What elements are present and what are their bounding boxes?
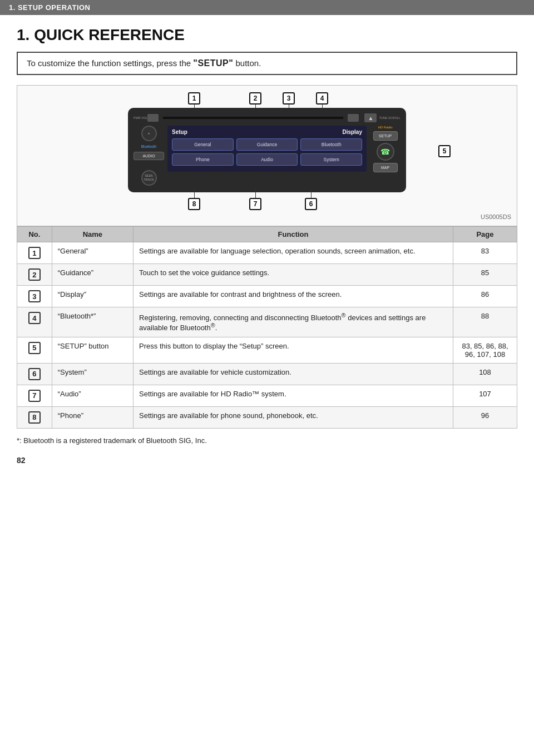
hu-right-panel: HD Radio SETUP ☎ MAP [370,126,400,186]
table-cell-no: 6 [17,363,52,385]
slot-icon [147,114,159,122]
main-content: 1. QUICK REFERENCE To customize the func… [0,15,534,481]
screen-setup-label: Setup [172,129,187,135]
table-cell-name: “General” [52,242,133,264]
table-cell-page: 83 [453,242,517,264]
eject-btn[interactable]: ▲ [364,113,377,122]
row-num-badge: 6 [28,368,41,380]
setup-hw-btn[interactable]: SETUP [373,131,398,141]
section-header-title: 1. SETUP OPERATION [9,3,91,12]
page-title: 1. QUICK REFERENCE [17,26,517,44]
table-cell-page: 88 [453,307,517,337]
hu-screen-area: Setup Display General Guidance Bluetooth… [167,126,367,186]
phone-btn[interactable]: Phone [172,153,234,166]
radio-label: HD Radio [378,126,392,129]
pwrvol-label: PWR·VOL [134,116,147,120]
callout-1-top: 1 [188,92,200,105]
table-cell-name: “Audio” [52,385,133,406]
setup-bold: "SETUP" [193,58,233,68]
table-row: 1“General”Settings are available for lan… [17,242,517,264]
row-num-badge: 7 [28,390,41,402]
table-header-no: No. [17,227,52,242]
table-cell-page: 83, 85, 86, 88, 96, 107, 108 [453,337,517,363]
section-header: 1. SETUP OPERATION [0,0,534,15]
callout-4-top: 4 [316,92,328,105]
table-cell-function: Settings are available for HD Radio™ sys… [134,385,453,406]
table-cell-function: Settings are available for phone sound, … [134,406,453,428]
callout-6-bottom: 6 [305,198,317,210]
table-cell-page: 86 [453,286,517,307]
table-row: 8“Phone”Settings are available for phone… [17,406,517,428]
table-cell-no: 7 [17,385,52,406]
table-cell-function: Registering, removing, connecting and di… [134,307,453,337]
table-cell-name: “Guidance” [52,264,133,286]
row-num-badge: 4 [28,312,41,324]
table-cell-name: “System” [52,363,133,385]
table-cell-page: 108 [453,363,517,385]
footnote: *: Bluetooth is a registered trademark o… [17,436,517,445]
callout-2-top: 2 [249,92,261,105]
row-num-badge: 3 [28,290,41,302]
table-header-function: Function [134,227,453,242]
seek-track-knob[interactable]: SEEKTRACK [141,170,157,186]
table-row: 6“System”Settings are available for vehi… [17,363,517,385]
callout-7-bottom: 7 [249,198,261,210]
table-cell-function: Settings are available for vehicle custo… [134,363,453,385]
table-cell-no: 2 [17,264,52,286]
page-number: 82 [17,456,517,465]
reference-table: No. Name Function Page 1“General”Setting… [17,226,517,429]
callout-8-bottom: 8 [188,198,200,210]
pwrvol-knob[interactable]: ● [141,126,157,141]
info-box: To customize the function settings, pres… [17,52,517,75]
audio-menu-btn[interactable]: Audio [236,153,298,166]
table-cell-function: Settings are available for contrast and … [134,286,453,307]
row-num-badge: 1 [28,247,41,259]
table-cell-no: 8 [17,406,52,428]
row-num-badge: 2 [28,268,41,281]
table-cell-page: 107 [453,385,517,406]
system-btn[interactable]: System [300,153,362,166]
table-cell-page: 85 [453,264,517,286]
screen-display-label: Display [342,129,362,135]
row-num-badge: 8 [28,411,41,424]
hu-left-panel: ● Bluetooth AUDIO SEEKTRACK [134,126,164,186]
table-cell-no: 1 [17,242,52,264]
bluetooth-btn[interactable]: Bluetooth [300,138,362,151]
table-cell-name: “Phone” [52,406,133,428]
audio-btn[interactable]: AUDIO [134,152,164,160]
table-cell-function: Press this button to display the “Setup”… [134,337,453,363]
hu-display: Setup Display General Guidance Bluetooth… [167,126,367,172]
phone-hw-btn[interactable]: ☎ [377,143,394,161]
row-num-badge: 5 [28,342,41,354]
slot-icon2 [348,114,359,122]
table-cell-page: 96 [453,406,517,428]
table-row: 7“Audio”Settings are available for HD Ra… [17,385,517,406]
diagram-id: US0005DS [23,213,511,220]
table-row: 5“SETUP” buttonPress this button to disp… [17,337,517,363]
tunescroll-label: TUNE·SCROLL [379,116,400,120]
diagram-area: 1 2 3 4 [17,85,517,226]
table-cell-no: 4 [17,307,52,337]
table-cell-name: “Bluetooth*” [52,307,133,337]
table-cell-no: 5 [17,337,52,363]
table-cell-no: 3 [17,286,52,307]
bluetooth-indicator: Bluetooth [134,145,164,148]
callout-5-right: 5 [438,145,451,157]
table-cell-function: Settings are available for language sele… [134,242,453,264]
table-cell-function: Touch to set the voice guidance settings… [134,264,453,286]
table-row: 2“Guidance”Touch to set the voice guidan… [17,264,517,286]
table-cell-name: “SETUP” button [52,337,133,363]
table-header-page: Page [453,227,517,242]
table-row: 4“Bluetooth*”Registering, removing, conn… [17,307,517,337]
head-unit: PWR·VOL ▲ TUNE·SCROLL ● [128,108,406,192]
table-header-name: Name [52,227,133,242]
table-row: 3“Display”Settings are available for con… [17,286,517,307]
guidance-btn[interactable]: Guidance [236,138,298,151]
map-hw-btn[interactable]: MAP [373,163,398,172]
table-cell-name: “Display” [52,286,133,307]
callout-3-top: 3 [283,92,295,105]
general-btn[interactable]: General [172,138,234,151]
